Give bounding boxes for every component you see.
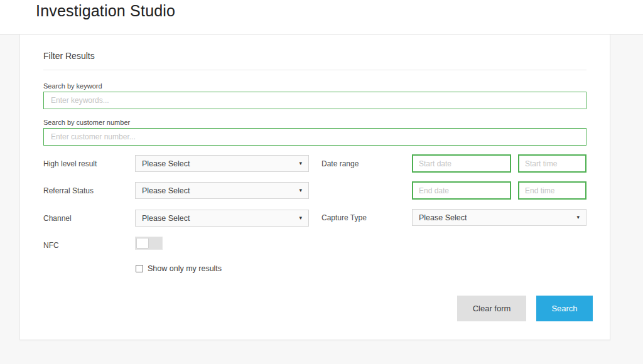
filter-results-panel: Filter Results Search by keyword Search … <box>19 35 610 340</box>
panel-title: Filter Results <box>43 51 95 61</box>
referral-status-label: Referral Status <box>43 186 94 195</box>
capture-type-label: Capture Type <box>322 213 367 222</box>
end-date-input[interactable] <box>412 181 511 200</box>
search-button[interactable]: Search <box>536 296 593 321</box>
show-only-my-results-checkbox[interactable] <box>136 265 143 272</box>
panel-divider <box>43 70 586 70</box>
caret-down-icon: ▾ <box>299 188 302 193</box>
high-level-result-select[interactable]: Please Select ▾ <box>135 155 309 172</box>
date-range-label: Date range <box>322 159 359 168</box>
end-time-input[interactable] <box>518 181 586 200</box>
caret-down-icon: ▾ <box>576 215 580 220</box>
caret-down-icon: ▾ <box>299 215 302 221</box>
capture-type-value: Please Select <box>419 213 573 222</box>
customer-number-label: Search by customer number <box>43 119 130 126</box>
page-title: Investigation Studio <box>36 2 175 20</box>
channel-value: Please Select <box>142 214 295 223</box>
channel-label: Channel <box>43 214 72 223</box>
high-level-result-value: Please Select <box>142 159 295 168</box>
clear-form-button[interactable]: Clear form <box>457 296 526 321</box>
start-time-input[interactable] <box>518 154 586 173</box>
nfc-label: NFC <box>43 241 59 250</box>
referral-status-select[interactable]: Please Select ▾ <box>135 182 309 199</box>
keyword-input[interactable] <box>43 92 586 109</box>
referral-status-value: Please Select <box>142 186 295 195</box>
show-only-my-results-label[interactable]: Show only my results <box>148 264 222 273</box>
app-header: Investigation Studio <box>0 0 643 35</box>
high-level-result-label: High level result <box>43 159 97 168</box>
keyword-label: Search by keyword <box>43 82 102 90</box>
channel-select[interactable]: Please Select ▾ <box>135 210 309 227</box>
nfc-toggle[interactable] <box>135 237 163 250</box>
customer-number-input[interactable] <box>43 128 586 146</box>
start-date-input[interactable] <box>412 154 511 173</box>
capture-type-select[interactable]: Please Select ▾ <box>412 209 586 226</box>
caret-down-icon: ▾ <box>299 161 302 166</box>
nfc-toggle-knob <box>137 238 148 248</box>
